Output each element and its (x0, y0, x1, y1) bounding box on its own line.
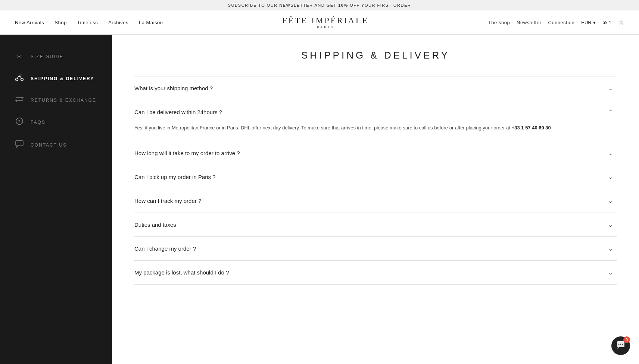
faq-question-3[interactable]: How long will it take to my order to arr… (134, 141, 617, 165)
svg-point-2 (21, 75, 22, 75)
faq-answer-2: Yes, if you live in Metropolitan France … (134, 124, 617, 141)
main-layout: ✂ SIZE GUIDE SHIPPING & DELIVERY (0, 35, 639, 364)
faq-question-4[interactable]: Can I pick up my order in Paris ? ⌄ (134, 165, 617, 189)
faq-question-text-6: Duties and taxes (134, 222, 176, 228)
faq-question-text-1: What is your shipping method ? (134, 85, 213, 91)
exchange-icon (15, 96, 24, 104)
faq-question-6[interactable]: Duties and taxes ⌄ (134, 213, 617, 236)
faq-item-5: How can I track my order ? ⌄ (134, 189, 617, 213)
faq-phone-number: +33 1 57 40 69 30 (512, 125, 551, 131)
faq-item-3: How long will it take to my order to arr… (134, 141, 617, 165)
scissors-icon: ✂ (15, 53, 24, 61)
faq-item-4: Can I pick up my order in Paris ? ⌄ (134, 165, 617, 189)
faq-question-text-7: Can I change my order ? (134, 245, 196, 252)
brand-logo: FÊTE IMPÉRIALE PARIS (163, 16, 488, 29)
currency-value: EUR (581, 20, 591, 25)
nav-new-arrivals[interactable]: New Arrivals (15, 20, 44, 25)
nav-shop[interactable]: Shop (54, 20, 66, 25)
nav-timeless[interactable]: Timeless (77, 20, 98, 25)
sidebar-item-contact-us[interactable]: CONTACT US (0, 134, 112, 156)
chevron-down-icon-6: ⌄ (608, 221, 613, 228)
sidebar-label-faqs: FAQS (31, 120, 46, 125)
faq-icon: ? (15, 117, 24, 127)
page-title: SHIPPING & DELIVERY (134, 50, 617, 61)
chevron-up-icon-2: ⌃ (608, 109, 613, 116)
chevron-down-icon-8: ⌄ (608, 269, 613, 276)
top-banner: SUBSCRIBE TO OUR NEWSLETTER AND GET 10% … (0, 0, 639, 10)
currency-chevron-icon: ▾ (593, 20, 596, 25)
sidebar-item-shipping-delivery[interactable]: SHIPPING & DELIVERY (0, 68, 112, 90)
sidebar-label-returns-exchange: RETURNS & EXCHANGE (31, 98, 96, 103)
banner-text-after: OFF YOUR FIRST ORDER (348, 3, 411, 7)
cart-icon[interactable]: 🛍 1 (602, 20, 611, 25)
wishlist-icon[interactable]: ☆ (618, 18, 624, 26)
nav-archives[interactable]: Archives (108, 20, 128, 25)
nav-connection[interactable]: Connection (548, 20, 575, 25)
faq-question-8[interactable]: My package is lost, what should I do ? ⌄ (134, 261, 617, 284)
nav-the-shop[interactable]: The shop (488, 20, 510, 25)
faq-item-2: Can I be delivered within 24hours ? ⌃ Ye… (134, 100, 617, 141)
faq-question-7[interactable]: Can I change my order ? ⌄ (134, 237, 617, 260)
chevron-down-icon-7: ⌄ (608, 245, 613, 252)
cart-count: 1 (609, 20, 611, 25)
faq-question-text-4: Can I pick up my order in Paris ? (134, 174, 216, 180)
nav-la-maison[interactable]: La Maison (139, 20, 163, 25)
sidebar: ✂ SIZE GUIDE SHIPPING & DELIVERY (0, 35, 112, 364)
sidebar-item-size-guide[interactable]: ✂ SIZE GUIDE (0, 46, 112, 68)
faq-question-1[interactable]: What is your shipping method ? ⌄ (134, 76, 617, 100)
faq-item-8: My package is lost, what should I do ? ⌄ (134, 260, 617, 285)
svg-point-8 (620, 343, 621, 345)
faq-item-1: What is your shipping method ? ⌄ (134, 76, 617, 100)
chat-bubble-icon (15, 140, 24, 150)
chat-badge-count: 0 (626, 338, 628, 342)
svg-text:?: ? (18, 119, 21, 124)
banner-discount: 10% (338, 3, 348, 7)
bike-icon (15, 74, 24, 83)
faq-question-2[interactable]: Can I be delivered within 24hours ? ⌃ (134, 100, 617, 124)
faq-item-6: Duties and taxes ⌄ (134, 213, 617, 236)
cart-bag-icon: 🛍 (602, 20, 607, 25)
chevron-down-icon-3: ⌄ (608, 150, 613, 157)
sidebar-item-returns-exchange[interactable]: RETURNS & EXCHANGE (0, 90, 112, 111)
faq-question-text-3: How long will it take to my order to arr… (134, 150, 240, 156)
chevron-down-icon-1: ⌄ (608, 85, 613, 92)
faq-question-5[interactable]: How can I track my order ? ⌄ (134, 189, 617, 213)
chat-button[interactable]: 0 (611, 336, 630, 355)
faq-question-text-5: How can I track my order ? (134, 198, 201, 204)
nav-left: New Arrivals Shop Timeless Archives La M… (15, 20, 163, 25)
sidebar-label-shipping-delivery: SHIPPING & DELIVERY (31, 76, 94, 81)
sidebar-item-faqs[interactable]: ? FAQS (0, 111, 112, 134)
currency-selector[interactable]: EUR ▾ (581, 20, 595, 25)
svg-rect-5 (16, 141, 23, 146)
brand-name: FÊTE IMPÉRIALE (163, 16, 488, 25)
header: New Arrivals Shop Timeless Archives La M… (0, 10, 639, 35)
svg-point-9 (622, 343, 623, 345)
svg-point-7 (618, 343, 620, 345)
banner-text-before: SUBSCRIBE TO OUR NEWSLETTER AND GET (228, 3, 338, 7)
chat-badge: 0 (623, 336, 630, 343)
brand-sub: PARIS (163, 25, 488, 29)
faq-answer-text-2: Yes, if you live in Metropolitan France … (134, 125, 512, 131)
content-area: SHIPPING & DELIVERY What is your shippin… (112, 35, 639, 364)
nav-right: The shop Newsletter Connection EUR ▾ 🛍 1… (488, 18, 624, 26)
sidebar-label-contact-us: CONTACT US (31, 142, 67, 148)
nav-newsletter[interactable]: Newsletter (517, 20, 541, 25)
faq-item-7: Can I change my order ? ⌄ (134, 236, 617, 260)
sidebar-label-size-guide: SIZE GUIDE (31, 54, 63, 59)
faq-question-text-2: Can I be delivered within 24hours ? (134, 109, 222, 115)
chevron-down-icon-4: ⌄ (608, 173, 613, 181)
faq-question-text-8: My package is lost, what should I do ? (134, 269, 229, 276)
faq-answer-suffix-2: . (551, 125, 554, 131)
chevron-down-icon-5: ⌄ (608, 197, 613, 204)
